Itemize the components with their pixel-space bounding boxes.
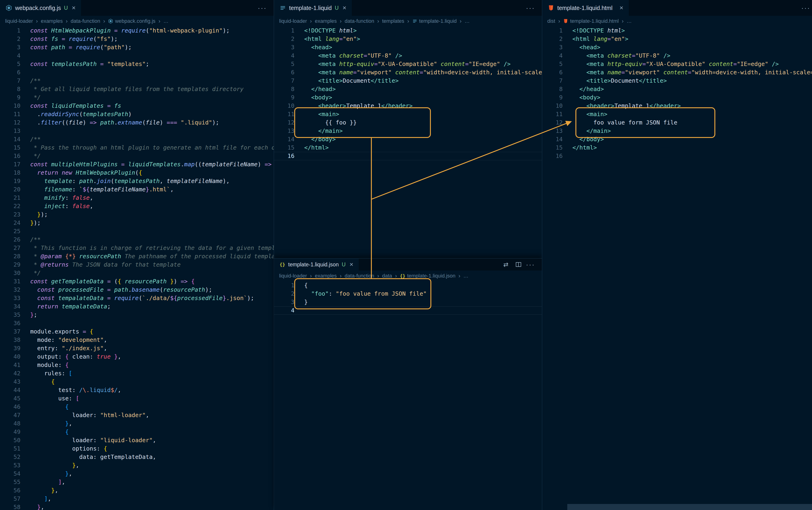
code-line[interactable]: 42 rules: [	[0, 369, 274, 378]
code-line[interactable]: 12 {{ foo }}	[274, 118, 542, 127]
code-line[interactable]: 3 <head>	[542, 43, 812, 52]
code-line[interactable]: 16 */	[0, 152, 274, 160]
code-line[interactable]: 7/**	[0, 77, 274, 85]
breadcrumb-item[interactable]: template-1.liquid.html	[563, 18, 619, 24]
breadcrumb-item[interactable]: liquid-loader	[5, 18, 33, 24]
code-line[interactable]: 27 * This function is in charge of retri…	[0, 244, 274, 252]
code-line[interactable]: 55 ],	[0, 478, 274, 486]
code-line[interactable]: 15</html>	[274, 144, 542, 152]
code-line[interactable]: 37module.exports = {	[0, 327, 274, 336]
breadcrumb-item[interactable]: examples	[41, 18, 63, 24]
code-line[interactable]: 19 template: path.join(templatesPath, te…	[0, 177, 274, 185]
code-line[interactable]: 21 minify: false,	[0, 194, 274, 202]
code-line[interactable]: 43 {	[0, 378, 274, 386]
code-editor-template-1-liquid-html[interactable]: 1<!DOCTYPE html>2<html lang="en">3 <head…	[542, 27, 812, 510]
close-icon[interactable]: ×	[350, 261, 353, 268]
breadcrumb-item[interactable]: …	[463, 273, 468, 279]
breadcrumb-item[interactable]: …	[465, 18, 470, 24]
code-line[interactable]: 14 </body>	[542, 135, 812, 144]
code-line[interactable]: 26/**	[0, 236, 274, 244]
code-line[interactable]: 8 </head>	[274, 85, 542, 93]
code-line[interactable]: 33 const tempalateData = require(`./data…	[0, 294, 274, 302]
code-line[interactable]: 16	[274, 152, 542, 160]
breadcrumb-item[interactable]: examples	[315, 18, 337, 24]
breadcrumb-item[interactable]: data-function	[71, 18, 100, 24]
breadcrumb-middle[interactable]: liquid-loader›examples›data-function›tem…	[274, 16, 542, 27]
code-line[interactable]: 22 inject: false,	[0, 202, 274, 210]
code-line[interactable]: 9 <body>	[274, 93, 542, 102]
code-line[interactable]: 3}	[274, 298, 542, 306]
code-line[interactable]: 6 <meta name="viewport" content="width=d…	[542, 68, 812, 77]
code-line[interactable]: 15</html>	[542, 144, 812, 152]
breadcrumb-item[interactable]: data	[382, 273, 392, 279]
tab-template-1-liquid-json[interactable]: {} template-1.liquid.json U ×	[274, 259, 359, 271]
close-icon[interactable]: ×	[619, 5, 623, 11]
code-line[interactable]: 9 */	[0, 93, 274, 102]
split-editor-icon[interactable]	[513, 260, 524, 269]
code-line[interactable]: 13 </main>	[274, 127, 542, 135]
code-line[interactable]: 2const fs = require("fs");	[0, 35, 274, 43]
code-line[interactable]: 30 */	[0, 269, 274, 277]
code-line[interactable]: 2<html lang="en">	[542, 35, 812, 43]
tab-template-1-liquid[interactable]: template-1.liquid U ×	[274, 0, 352, 16]
code-line[interactable]: 4 <meta charset="UTF-8" />	[274, 52, 542, 60]
code-line[interactable]: 47 loader: "html-loader",	[0, 411, 274, 419]
code-line[interactable]: 50 loader: "liquid-loader",	[0, 436, 274, 445]
code-line[interactable]: 18 return new HtmlWebpackPlugin({	[0, 169, 274, 177]
code-line[interactable]: 36	[0, 319, 274, 327]
close-icon[interactable]: ×	[343, 5, 346, 11]
code-line[interactable]: 15 * Pass the through an html plugin to …	[0, 144, 274, 152]
code-line[interactable]: 52 data: getTemplateData,	[0, 453, 274, 461]
code-line[interactable]: 25	[0, 227, 274, 236]
breadcrumb-item[interactable]: webpack.config.js	[108, 18, 155, 24]
code-line[interactable]: 11 <main>	[274, 110, 542, 118]
code-line[interactable]: 40 output: { clean: true },	[0, 353, 274, 361]
code-line[interactable]: 16	[542, 152, 812, 160]
more-actions-icon[interactable]: ···	[526, 4, 535, 11]
code-line[interactable]: 13	[0, 127, 274, 135]
breadcrumb-item[interactable]: liquid-loader	[279, 18, 307, 24]
code-line[interactable]: 51 options: {	[0, 445, 274, 453]
code-line[interactable]: 5 <meta http-equiv="X-UA-Compatible" con…	[274, 60, 542, 68]
breadcrumb-item[interactable]: templates	[382, 18, 404, 24]
code-line[interactable]: 2 "foo": "foo value from JSON file"	[274, 290, 542, 298]
more-actions-icon[interactable]: ···	[258, 4, 267, 11]
code-line[interactable]: 49 {	[0, 428, 274, 436]
more-actions-icon[interactable]: ···	[801, 4, 810, 11]
code-editor-webpack-config-js[interactable]: 1const HtmlWebpackPlugin = require("html…	[0, 27, 274, 510]
code-line[interactable]: 35};	[0, 311, 274, 319]
breadcrumb-right[interactable]: dist›template-1.liquid.html›…	[542, 16, 812, 27]
more-actions-icon[interactable]: ···	[526, 261, 535, 268]
breadcrumb-item[interactable]: data-function	[345, 273, 374, 279]
code-line[interactable]: 45 use: [	[0, 394, 274, 403]
code-line[interactable]: 10 <header>Template 1</header>	[542, 102, 812, 110]
code-line[interactable]: 13 </main>	[542, 127, 812, 135]
close-icon[interactable]: ×	[72, 5, 76, 11]
code-line[interactable]: 1{	[274, 281, 542, 290]
code-line[interactable]: 7 <title>Document</title>	[542, 77, 812, 85]
code-line[interactable]: 31const getTemplateData = ({ resourcePat…	[0, 277, 274, 286]
breadcrumb-item[interactable]: …	[627, 18, 632, 24]
code-line[interactable]: 4	[0, 52, 274, 60]
code-line[interactable]: 39 entry: "./index.js",	[0, 344, 274, 353]
code-editor-template-1-liquid[interactable]: 1<!DOCTYPE html>2<html lang="en">3 <head…	[274, 27, 542, 258]
breadcrumb-json[interactable]: liquid-loader›examples›data-function›dat…	[274, 271, 542, 281]
code-line[interactable]: 10const liquidTemplates = fs	[0, 102, 274, 110]
code-line[interactable]: 4	[274, 306, 542, 315]
code-line[interactable]: 54 },	[0, 470, 274, 478]
code-line[interactable]: 29 * @returns The JSON data for that tem…	[0, 261, 274, 269]
code-line[interactable]: 53 },	[0, 461, 274, 470]
code-line[interactable]: 12 .filter((file) => path.extname(file) …	[0, 118, 274, 127]
tab-webpack-config-js[interactable]: webpack.config.js U ×	[0, 0, 81, 16]
code-line[interactable]: 11 .readdirSync(templatesPath)	[0, 110, 274, 118]
code-line[interactable]: 8 </head>	[542, 85, 812, 93]
code-line[interactable]: 3const path = require("path");	[0, 43, 274, 52]
code-line[interactable]: 10 <header>Template 1</header>	[274, 102, 542, 110]
code-line[interactable]: 7 <title>Document</title>	[274, 77, 542, 85]
code-line[interactable]: 23 });	[0, 210, 274, 219]
code-line[interactable]: 3 <head>	[274, 43, 542, 52]
code-line[interactable]: 58 },	[0, 503, 274, 510]
code-line[interactable]: 4 <meta charset="UTF-8" />	[542, 52, 812, 60]
code-line[interactable]: 46 {	[0, 403, 274, 411]
breadcrumb-item[interactable]: data-function	[345, 18, 374, 24]
